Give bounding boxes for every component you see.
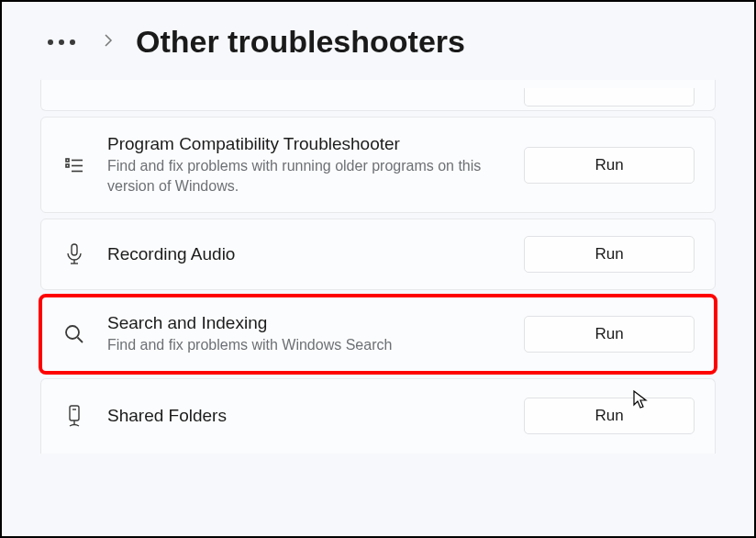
- run-button[interactable]: Run: [524, 398, 695, 434]
- ellipsis-icon[interactable]: [48, 39, 75, 45]
- list-icon: [61, 154, 87, 176]
- server-icon: [61, 403, 87, 429]
- svg-rect-10: [70, 406, 79, 420]
- item-desc: Find and fix problems with running older…: [107, 156, 504, 196]
- chevron-right-icon: [103, 33, 114, 51]
- troubleshooter-item-program-compat: Program Compatibility Troubleshooter Fin…: [40, 117, 716, 213]
- troubleshooter-item-search-indexing: Search and Indexing Find and fix problem…: [40, 296, 716, 373]
- svg-rect-0: [66, 159, 69, 162]
- item-title: Shared Folders: [107, 406, 504, 426]
- troubleshooter-item-recording-audio: Recording Audio Run: [40, 219, 716, 290]
- run-button[interactable]: Run: [524, 316, 695, 353]
- search-icon: [61, 323, 87, 345]
- svg-rect-5: [72, 244, 77, 255]
- troubleshooter-list: Program Compatibility Troubleshooter Fin…: [2, 80, 754, 454]
- item-title: Recording Audio: [107, 244, 504, 264]
- run-button[interactable]: Run: [524, 147, 695, 184]
- microphone-icon: [61, 242, 87, 266]
- item-desc: Find and fix problems with Windows Searc…: [107, 335, 504, 355]
- troubleshooter-item-shared-folders: Shared Folders Run: [40, 378, 716, 454]
- run-button-partial[interactable]: [524, 88, 695, 106]
- run-button[interactable]: Run: [524, 236, 695, 273]
- item-title: Program Compatibility Troubleshooter: [107, 134, 504, 154]
- breadcrumb-header: Other troubleshooters: [2, 2, 754, 80]
- svg-point-8: [66, 326, 79, 339]
- svg-rect-2: [66, 164, 69, 167]
- item-title: Search and Indexing: [107, 313, 504, 333]
- svg-line-9: [78, 337, 83, 342]
- troubleshooter-item-partial: [40, 80, 716, 111]
- page-title: Other troubleshooters: [136, 24, 465, 60]
